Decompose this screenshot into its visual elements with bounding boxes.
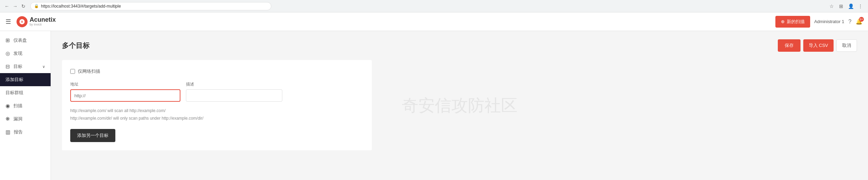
description-input[interactable] [186,89,282,102]
help-button[interactable]: ? [848,19,851,25]
url-text: https://localhost:3443/#/targets/add-mul… [41,4,121,9]
sidebar-item-targets[interactable]: ⊟ 目标 ∨ [0,60,51,73]
sidebar-item-report[interactable]: ▥ 报告 [0,126,51,139]
sidebar-item-label: 报告 [14,129,23,135]
sidebar-item-dashboard[interactable]: ⊞ 仪表盘 [0,34,51,47]
hint-text: http://example.com/ will scan all http:/… [70,107,364,122]
vuln-icon: ❋ [6,116,10,122]
page-header: 多个目标 保存 导入 CSV 取消 [62,39,857,52]
dashboard-icon: ⊞ [6,37,10,43]
form-section: 仅网络扫描 地址 描述 http://example.com/ will sca… [62,60,372,150]
report-icon: ▥ [6,129,10,135]
network-scan-row: 仅网络扫描 [70,68,364,74]
logo: Acunetix by Invicti [17,16,56,27]
main-area: ⊞ 仪表盘 ◎ 发现 ⊟ 目标 ∨ 添加目标 目标群组 ◉ 扫描 [0,31,868,180]
browser-bar: ← → ↻ 🔒 https://localhost:3443/#/targets… [0,0,868,12]
browser-controls: ← → ↻ [4,3,26,9]
table-header-row: 地址 描述 [70,81,364,87]
address-input[interactable] [70,89,180,102]
scan-icon: ◉ [6,103,10,109]
sidebar-item-scan[interactable]: ◉ 扫描 [0,99,51,112]
sidebar-item-vuln[interactable]: ❋ 漏洞 [0,112,51,126]
import-csv-button[interactable]: 导入 CSV [803,39,834,52]
page-title: 多个目标 [62,41,90,50]
address-column-header: 地址 [70,81,180,87]
add-target-button[interactable]: 添加另一个目标 [70,129,115,142]
new-scan-button[interactable]: ⊕ 新的扫描 [775,16,810,28]
browser-actions: ☆ ⊞ 👤 ⋮ [828,3,864,10]
chevron-down-icon: ∨ [42,64,45,69]
network-scan-label: 仅网络扫描 [78,68,100,74]
targets-icon: ⊟ [6,63,10,70]
save-button[interactable]: 保存 [778,39,801,52]
watermark: 奇安信攻防社区 [402,94,517,117]
hamburger-icon[interactable]: ☰ [6,18,11,26]
new-scan-icon: ⊕ [781,19,785,24]
sidebar-item-label: 目标 [13,63,22,70]
sidebar-item-label: 添加目标 [6,77,23,83]
extensions-button[interactable]: ⊞ [838,3,845,10]
desc-column-header: 描述 [186,81,282,87]
sidebar-item-target-groups[interactable]: 目标群组 [0,86,51,99]
sidebar-item-label: 仪表盘 [13,37,27,43]
sidebar-item-label: 扫描 [13,103,22,109]
hint-line-1: http://example.com/ will scan all http:/… [70,107,364,115]
logo-sub-text: by Invicti [30,23,56,27]
logo-icon [17,16,28,27]
notification-badge: 9+ [859,17,864,22]
sidebar-item-label: 漏洞 [13,116,22,122]
notifications-button[interactable]: 🔔 9+ [856,18,862,25]
navbar: ☰ Acunetix by Invicti ⊕ 新的扫描 Administrat… [0,12,868,31]
navbar-right: ⊕ 新的扫描 Administrator 1 ? 🔔 9+ [775,16,862,28]
sidebar: ⊞ 仪表盘 ◎ 发现 ⊟ 目标 ∨ 添加目标 目标群组 ◉ 扫描 [0,31,51,180]
sidebar-item-label: 发现 [13,50,22,57]
refresh-button[interactable]: ↻ [21,3,26,9]
address-bar[interactable]: 🔒 https://localhost:3443/#/targets/add-m… [30,2,271,10]
cancel-button[interactable]: 取消 [836,39,857,52]
forward-button[interactable]: → [12,3,18,9]
profile-button[interactable]: 👤 [847,3,854,10]
sidebar-item-add-target[interactable]: 添加目标 [0,73,51,86]
network-scan-checkbox[interactable] [70,69,75,74]
content-area: 奇安信攻防社区 多个目标 保存 导入 CSV 取消 仅网络扫描 地址 描述 [51,31,868,180]
lock-icon: 🔒 [34,4,39,8]
sidebar-item-discovery[interactable]: ◎ 发现 [0,47,51,60]
sidebar-item-label: 目标群组 [6,90,23,96]
logo-text: Acunetix by Invicti [30,17,56,27]
acunetix-svg [19,19,25,25]
back-button[interactable]: ← [4,3,10,9]
app-container: ☰ Acunetix by Invicti ⊕ 新的扫描 Administrat… [0,12,868,180]
hint-line-2: http://example.com/dir/ will only scan p… [70,115,364,122]
discovery-icon: ◎ [6,50,10,57]
admin-label: Administrator 1 [814,19,844,24]
target-input-row [70,89,364,102]
logo-main-text: Acunetix [30,17,56,23]
new-scan-label: 新的扫描 [787,19,805,25]
menu-button[interactable]: ⋮ [857,3,864,10]
page-actions: 保存 导入 CSV 取消 [778,39,857,52]
star-button[interactable]: ☆ [828,3,835,10]
